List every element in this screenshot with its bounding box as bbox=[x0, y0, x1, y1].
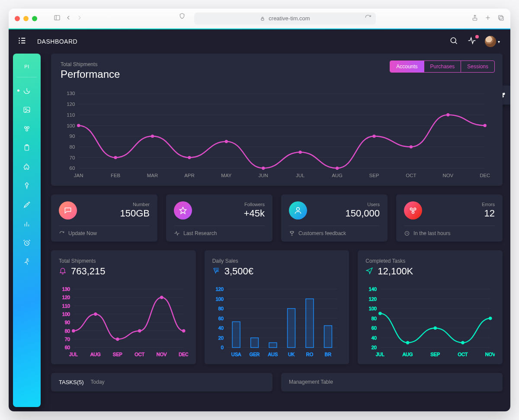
svg-text:60: 60 bbox=[372, 326, 377, 331]
shield-icon[interactable] bbox=[179, 13, 186, 25]
tabs-icon[interactable] bbox=[497, 14, 504, 22]
sidebar-item-alarm[interactable] bbox=[13, 239, 41, 247]
svg-text:JUN: JUN bbox=[259, 173, 268, 178]
svg-point-80 bbox=[412, 211, 414, 213]
svg-rect-132 bbox=[287, 309, 295, 347]
tasks-subtitle: Today bbox=[91, 379, 105, 385]
stat-footer[interactable]: Last Research bbox=[174, 226, 265, 236]
svg-line-82 bbox=[413, 210, 414, 211]
nav-forward-icon[interactable] bbox=[76, 14, 83, 22]
sidebar-brand[interactable]: PI bbox=[24, 58, 29, 77]
svg-text:100: 100 bbox=[215, 296, 223, 302]
reload-icon[interactable] bbox=[365, 14, 372, 22]
stat-label: Errors bbox=[482, 202, 495, 207]
stat-footer[interactable]: Customers feedback bbox=[289, 226, 380, 236]
sidebar-item-org[interactable] bbox=[13, 125, 41, 133]
sidebar-item-tools[interactable] bbox=[13, 201, 41, 209]
bell-icon bbox=[59, 267, 67, 276]
mini-chart-plot: 020406080100120USAGERAUSUKROBR bbox=[212, 286, 342, 359]
svg-rect-6 bbox=[499, 16, 503, 19]
tab-sessions[interactable]: Sessions bbox=[461, 61, 494, 72]
svg-text:20: 20 bbox=[372, 345, 377, 350]
stat-value: 150GB bbox=[120, 208, 150, 219]
svg-text:USA: USA bbox=[231, 352, 241, 357]
tab-accounts[interactable]: Accounts bbox=[390, 61, 423, 72]
svg-text:NOV: NOV bbox=[485, 352, 495, 357]
menu-toggle-icon[interactable] bbox=[17, 36, 27, 47]
nav-back-icon[interactable] bbox=[65, 14, 72, 22]
svg-point-100 bbox=[72, 330, 75, 333]
sidebar-item-clipboard[interactable] bbox=[13, 144, 41, 152]
management-table-card[interactable]: Management Table bbox=[281, 373, 503, 391]
svg-point-55 bbox=[262, 167, 265, 170]
performance-chart: 60708090100110120130JANFEBMARAPRMAYJUNJU… bbox=[61, 90, 493, 180]
svg-text:130: 130 bbox=[67, 91, 75, 96]
svg-point-8 bbox=[19, 38, 20, 39]
svg-point-157 bbox=[434, 327, 437, 330]
stat-footer[interactable]: In the last hours bbox=[404, 226, 495, 236]
svg-text:60: 60 bbox=[218, 316, 223, 321]
management-table-title: Management Table bbox=[289, 379, 333, 385]
svg-text:MAY: MAY bbox=[221, 173, 231, 178]
window-close-dot[interactable] bbox=[15, 16, 20, 21]
svg-text:0: 0 bbox=[221, 345, 223, 350]
svg-text:80: 80 bbox=[65, 328, 70, 334]
sidebar-item-puzzle[interactable] bbox=[13, 163, 41, 171]
stat-value: 12 bbox=[482, 208, 495, 219]
tasks-card[interactable]: TASKS(5) Today bbox=[51, 373, 272, 391]
svg-text:120: 120 bbox=[369, 296, 377, 302]
svg-point-57 bbox=[336, 167, 339, 170]
svg-point-105 bbox=[182, 330, 185, 333]
svg-text:OCT: OCT bbox=[135, 352, 144, 357]
svg-point-10 bbox=[19, 40, 20, 41]
cluster-icon bbox=[404, 201, 422, 220]
svg-text:40: 40 bbox=[218, 326, 223, 331]
sidebar-item-pin[interactable] bbox=[13, 182, 41, 190]
svg-text:OCT: OCT bbox=[458, 352, 468, 357]
user-avatar[interactable] bbox=[485, 36, 496, 47]
svg-text:70: 70 bbox=[70, 155, 75, 160]
address-bar[interactable]: creative-tim.com bbox=[194, 13, 376, 25]
svg-line-81 bbox=[412, 210, 413, 211]
svg-text:140: 140 bbox=[369, 286, 377, 292]
sidebar-item-image[interactable] bbox=[13, 106, 41, 114]
svg-line-15 bbox=[455, 42, 457, 44]
activity-icon[interactable] bbox=[468, 36, 476, 47]
sidebar-toggle-icon[interactable] bbox=[54, 14, 61, 22]
svg-text:110: 110 bbox=[67, 112, 75, 118]
sidebar-item-dashboard[interactable] bbox=[13, 87, 41, 95]
sidebar-item-charts[interactable] bbox=[13, 220, 41, 228]
svg-text:AUS: AUS bbox=[268, 352, 278, 357]
mini-chart-value: 3,500€ bbox=[224, 266, 253, 277]
svg-point-155 bbox=[379, 312, 382, 315]
stat-label: Number bbox=[120, 202, 150, 207]
window-minimize-dot[interactable] bbox=[23, 16, 29, 21]
svg-text:JUL: JUL bbox=[296, 173, 304, 178]
new-tab-icon[interactable] bbox=[484, 14, 491, 22]
svg-text:40: 40 bbox=[372, 335, 377, 340]
mini-chart-value: 763,215 bbox=[71, 266, 106, 277]
search-icon[interactable] bbox=[449, 36, 458, 47]
stat-label: Users bbox=[345, 202, 380, 207]
tasks-title: TASKS(5) bbox=[59, 379, 84, 385]
window-zoom-dot[interactable] bbox=[32, 16, 37, 21]
star-icon bbox=[174, 201, 192, 220]
svg-text:DEC: DEC bbox=[179, 352, 188, 357]
svg-text:70: 70 bbox=[65, 337, 70, 342]
mini-chart-0: Total Shipments 763,215 6070809010011012… bbox=[51, 250, 196, 364]
mini-chart-1: Daily Sales 3,500€ 020406080100120USAGER… bbox=[205, 250, 349, 364]
svg-point-103 bbox=[138, 330, 141, 333]
svg-point-20 bbox=[26, 129, 28, 131]
svg-text:90: 90 bbox=[70, 134, 75, 139]
stat-footer[interactable]: Update Now bbox=[59, 226, 150, 236]
svg-text:80: 80 bbox=[218, 306, 223, 311]
svg-text:120: 120 bbox=[67, 102, 75, 107]
sidebar-item-run[interactable] bbox=[13, 258, 41, 266]
svg-text:OCT: OCT bbox=[406, 173, 416, 178]
svg-rect-131 bbox=[269, 343, 277, 347]
user-menu-caret[interactable]: ▾ bbox=[498, 39, 500, 44]
share-icon[interactable] bbox=[471, 14, 478, 22]
svg-point-56 bbox=[299, 151, 302, 154]
svg-text:80: 80 bbox=[70, 144, 75, 150]
tab-purchases[interactable]: Purchases bbox=[424, 61, 461, 72]
